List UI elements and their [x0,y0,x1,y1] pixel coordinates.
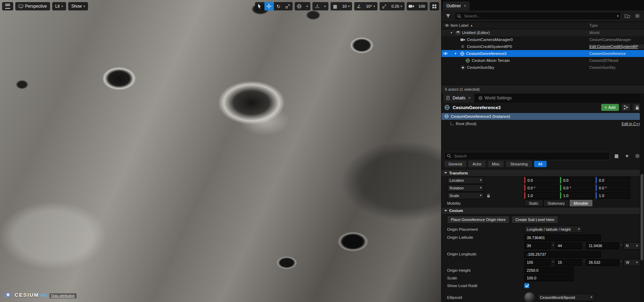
rotation-snap-button[interactable]: ∠ [354,2,364,10]
item-label-column-header[interactable]: Item Label ▲ [451,23,589,27]
camera-speed-button[interactable] [407,2,416,10]
grid-snap-value-button[interactable]: 10 ▾ [340,2,352,10]
quad-view-button[interactable] [430,2,439,10]
rotation-snap-value-button[interactable]: 10° ▾ [364,2,377,10]
filter-general[interactable]: General [444,161,466,167]
longitude-seconds-field[interactable]: 26.532 [586,259,619,266]
outliner-column-header[interactable]: Item Label ▲ Type [442,22,644,29]
filter-streaming[interactable]: Streaming [506,161,532,167]
origin-latitude-input[interactable]: 39.736401 [524,235,601,241]
scale-type-dropdown[interactable]: Scale ▾ [447,192,484,199]
tab-world-settings[interactable]: World Settings [475,93,515,103]
place-georeference-origin-button[interactable]: Place Georeference Origin Here [447,216,509,223]
expand-arrow-icon[interactable]: ▾ [455,52,459,55]
location-x-field[interactable]: 0.0 [524,177,559,183]
tab-outliner[interactable]: Outliner × [443,1,470,10]
visibility-column-header[interactable] [443,24,451,27]
details-scrollbar-thumb[interactable] [641,174,643,260]
longitude-hemisphere-dropdown[interactable]: W ▾ [623,259,640,266]
tab-details[interactable]: Details × [443,93,474,103]
coordinate-space-chevron[interactable]: ▾ [304,2,311,10]
show-load-radii-checkbox[interactable] [524,283,529,288]
surface-snap-button[interactable] [312,2,322,10]
cursor-icon [258,4,261,9]
type-column-header[interactable]: Type [589,23,644,27]
select-tool-button[interactable] [255,2,264,10]
create-sub-level-button[interactable]: Create Sub Level Here [511,216,558,223]
latitude-minutes-field[interactable]: 44 [555,243,582,249]
sort-ascending-icon: ▲ [470,24,473,27]
origin-longitude-input[interactable]: -105.25737 [524,251,601,258]
blueprint-hierarchy-button[interactable] [622,104,630,111]
section-cesium[interactable]: Cesium [442,207,644,214]
details-favorites-button[interactable]: ★ [623,153,631,160]
rotate-tool-button[interactable]: ↻ [274,2,283,10]
location-z-field[interactable]: 0.0 [596,177,630,183]
mobility-stationary-button[interactable]: Stationary [543,199,570,207]
longitude-minutes-field[interactable]: 15 [555,259,582,266]
details-search-input[interactable] [453,154,607,158]
outliner-new-folder-button[interactable] [623,13,631,19]
rotation-y-field[interactable]: 0.0 ° [560,185,595,191]
outliner-row-cesium-camera-manager[interactable]: CesiumCameraManager0 CesiumCameraManager [442,36,644,43]
scale-x-field[interactable]: 1.0 [524,192,559,199]
component-row-instance[interactable]: CesiumGeoreference3 (Instance) [442,113,644,121]
visibility-toggle[interactable] [442,52,449,55]
outliner-row-cesium-moon-terrain[interactable]: Cesium Moon Terrain Cesium3DTileset [442,57,644,64]
perspective-button[interactable]: Perspective [15,2,50,10]
outliner-search-input[interactable] [463,14,615,18]
viewport-menu-button[interactable] [2,2,13,10]
origin-height-input[interactable]: 2250.0 [524,267,574,274]
latitude-degrees-field[interactable]: 39 [524,243,551,249]
lit-mode-button[interactable]: Lit ▾ [52,2,66,10]
data-attribution-link[interactable]: Data attribution [49,293,77,299]
scale-lock-icon[interactable] [487,194,490,198]
details-scrollbar[interactable] [640,93,644,302]
outliner-row-cesium-sun-sky[interactable]: CesiumSunSky CesiumSunSky [442,64,644,71]
grid-snap-button[interactable]: ▦ [331,2,340,10]
add-component-button[interactable]: + Add [601,104,619,111]
details-display-button[interactable]: ▦ [613,153,620,160]
outliner-filter-button[interactable] [444,13,452,19]
scale-snap-button[interactable] [380,2,389,10]
origin-placement-value: Longitude / latitude / height [527,227,571,231]
expand-arrow-icon[interactable]: ▾ [451,31,455,34]
show-flags-button[interactable]: Show ▾ [68,2,88,10]
close-icon[interactable]: × [464,3,466,8]
mobility-static-button[interactable]: Static [524,199,543,207]
section-transform[interactable]: Transform [442,169,644,177]
location-y-field[interactable]: 0.0 [560,177,595,183]
edit-in-cpp-link[interactable]: Edit in C++ [622,122,641,126]
viewport-3d[interactable]: Perspective Lit ▾ Show ▾ [0,0,441,302]
filter-all[interactable]: All [534,161,547,167]
latitude-hemisphere-dropdown[interactable]: N ▾ [623,242,640,250]
camera-speed-value-button[interactable]: 100 [416,2,428,10]
longitude-degrees-field[interactable]: 105 [524,259,551,266]
outliner-row-untitled-editor[interactable]: ▾ Untitled (Editor) World [442,29,644,36]
origin-placement-dropdown[interactable]: Longitude / latitude / height ▾ [524,226,582,233]
ellipsoid-dropdown[interactable]: CesiumMoonEllipsoid ▾ [538,294,595,301]
move-tool-button[interactable] [264,2,274,10]
location-type-dropdown[interactable]: Location ▾ [447,177,484,184]
filter-misc[interactable]: Misc [488,161,504,167]
mobility-movable-button[interactable]: Movable [569,199,593,207]
rotation-x-field[interactable]: 0.0 ° [524,185,559,191]
filter-actor[interactable]: Actor [468,161,486,167]
scale-z-field[interactable]: 1.0 [596,192,630,199]
close-icon[interactable]: × [468,96,471,100]
scale-snap-value-button[interactable]: 0.25 ▾ [389,2,405,10]
rotation-type-dropdown[interactable]: Rotation ▾ [447,185,484,191]
outliner-row-cesium-georeference[interactable]: ▾ CesiumGeoreference3 CesiumGeoreference [442,50,644,57]
world-space-button[interactable] [295,2,304,10]
outliner-row-cesium-credit-system[interactable]: © CesiumCreditSystemBP0 Edit CesiumCredi… [442,43,644,50]
rotation-z-field[interactable]: 0.0 ° [596,185,630,191]
latitude-seconds-field[interactable]: 11.0436 [586,243,619,249]
scale-tool-button[interactable] [283,2,293,10]
scale-y-field[interactable]: 1.0 [560,192,595,199]
surface-snap-chevron[interactable]: ▾ [322,2,328,10]
cesium-scale-input[interactable]: 100.0 [524,275,574,281]
edit-credit-system-link[interactable]: Edit CesiumCreditSystemBP [589,44,644,49]
chevron-down-icon[interactable]: ▾ [617,15,619,18]
outliner-settings-button[interactable] [634,13,641,19]
component-row-root[interactable]: Root (Root) Edit in C++ [442,120,644,127]
